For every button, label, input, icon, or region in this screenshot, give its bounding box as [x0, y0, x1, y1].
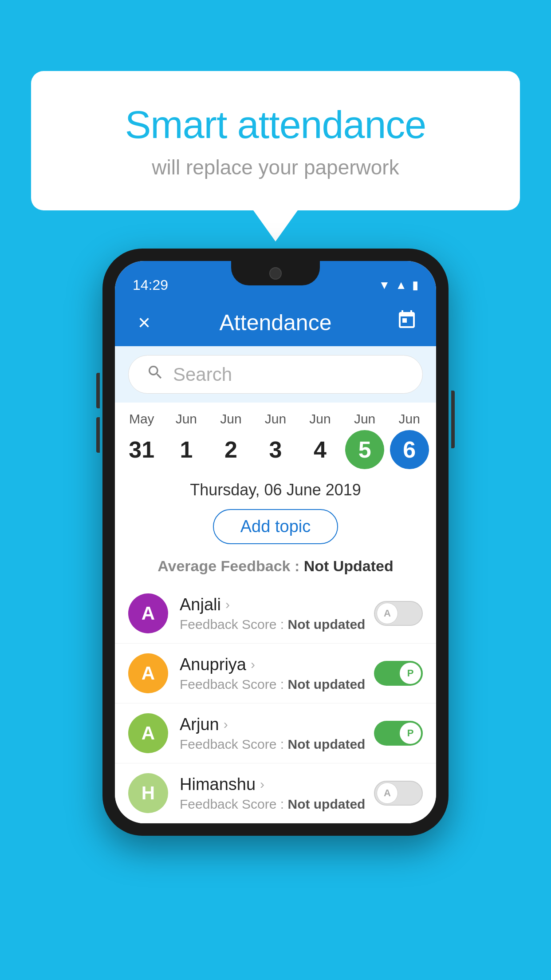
- speech-bubble-subtitle: will replace your paperwork: [58, 155, 493, 179]
- student-info: Anupriya ›Feedback Score : Not updated: [180, 655, 374, 692]
- wifi-icon: ▼: [379, 278, 390, 292]
- list-item[interactable]: AAnupriya ›Feedback Score : Not updatedP: [115, 644, 436, 703]
- feedback-score: Feedback Score : Not updated: [180, 797, 374, 812]
- cal-date-number[interactable]: 6: [390, 430, 429, 469]
- close-button[interactable]: ×: [131, 310, 157, 335]
- status-icons: ▼ ▲ ▮: [379, 278, 418, 292]
- student-list: AAnjali ›Feedback Score : Not updatedAAA…: [115, 584, 436, 823]
- search-input[interactable]: Search: [173, 364, 232, 385]
- average-feedback: Average Feedback : Not Updated: [115, 553, 436, 584]
- attendance-toggle-wrapper: A: [374, 601, 423, 626]
- list-item[interactable]: AAnjali ›Feedback Score : Not updatedA: [115, 584, 436, 644]
- cal-month-label: Jun: [220, 411, 241, 427]
- front-camera: [269, 267, 282, 280]
- speech-bubble-section: Smart attendance will replace your paper…: [31, 71, 520, 241]
- phone-screen: 14:29 ▼ ▲ ▮ × Attendance: [115, 261, 436, 823]
- cal-month-label: Jun: [176, 411, 197, 427]
- attendance-toggle[interactable]: P: [374, 721, 423, 746]
- attendance-toggle[interactable]: A: [374, 601, 423, 626]
- chevron-right-icon: ›: [225, 597, 230, 612]
- avatar: A: [128, 713, 168, 753]
- phone: 14:29 ▼ ▲ ▮ × Attendance: [102, 249, 449, 836]
- student-name: Anjali ›: [180, 595, 374, 614]
- cal-month-label: Jun: [354, 411, 375, 427]
- cal-month-label: Jun: [265, 411, 286, 427]
- search-icon: [146, 364, 164, 385]
- cal-date-number[interactable]: 1: [167, 430, 206, 469]
- attendance-toggle-wrapper: A: [374, 781, 423, 806]
- cal-date-number[interactable]: 4: [301, 430, 340, 469]
- calendar-day[interactable]: May31: [119, 411, 164, 469]
- toggle-knob: P: [400, 723, 421, 744]
- volume-up-button: [96, 373, 100, 408]
- chevron-right-icon: ›: [251, 657, 255, 672]
- cal-date-number[interactable]: 5: [345, 430, 384, 469]
- student-name: Anupriya ›: [180, 655, 374, 674]
- avg-feedback-label: Average Feedback :: [157, 557, 303, 574]
- cal-month-label: Jun: [309, 411, 331, 427]
- status-time: 14:29: [133, 277, 168, 293]
- chevron-right-icon: ›: [224, 717, 228, 732]
- student-info: Anjali ›Feedback Score : Not updated: [180, 595, 374, 632]
- avatar: A: [128, 653, 168, 693]
- avatar: H: [128, 773, 168, 813]
- app-bar: × Attendance: [115, 299, 436, 346]
- calendar-icon[interactable]: [394, 309, 420, 336]
- volume-down-button: [96, 417, 100, 453]
- calendar-day[interactable]: Jun1: [164, 411, 209, 469]
- signal-icon: ▲: [395, 278, 407, 292]
- calendar-day[interactable]: Jun4: [298, 411, 342, 469]
- cal-date-number[interactable]: 2: [211, 430, 250, 469]
- calendar-strip: May31Jun1Jun2Jun3Jun4Jun5Jun6: [115, 403, 436, 474]
- add-topic-button[interactable]: Add topic: [213, 509, 338, 544]
- add-topic-wrapper: Add topic: [115, 503, 436, 553]
- calendar-day[interactable]: Jun6: [387, 411, 432, 469]
- attendance-toggle[interactable]: P: [374, 661, 423, 686]
- cal-date-number[interactable]: 31: [122, 430, 161, 469]
- speech-bubble-arrow: [253, 210, 298, 241]
- chevron-right-icon: ›: [260, 777, 264, 792]
- speech-bubble-title: Smart attendance: [58, 102, 493, 147]
- avatar: A: [128, 593, 168, 633]
- calendar-day[interactable]: Jun5: [342, 411, 387, 469]
- speech-bubble: Smart attendance will replace your paper…: [31, 71, 520, 210]
- cal-month-label: May: [129, 411, 154, 427]
- list-item[interactable]: HHimanshu ›Feedback Score : Not updatedA: [115, 763, 436, 823]
- toggle-knob: P: [400, 663, 421, 684]
- student-name: Himanshu ›: [180, 775, 374, 794]
- feedback-score: Feedback Score : Not updated: [180, 737, 374, 752]
- feedback-score: Feedback Score : Not updated: [180, 617, 374, 632]
- phone-notch: [231, 261, 320, 285]
- attendance-toggle-wrapper: P: [374, 721, 423, 746]
- app-title: Attendance: [157, 310, 394, 336]
- attendance-toggle[interactable]: A: [374, 781, 423, 806]
- list-item[interactable]: AArjun ›Feedback Score : Not updatedP: [115, 703, 436, 763]
- phone-outer: 14:29 ▼ ▲ ▮ × Attendance: [102, 249, 449, 836]
- feedback-score: Feedback Score : Not updated: [180, 677, 374, 692]
- search-bar-wrapper: Search: [115, 346, 436, 403]
- calendar-day[interactable]: Jun2: [209, 411, 253, 469]
- attendance-toggle-wrapper: P: [374, 661, 423, 686]
- student-name: Arjun ›: [180, 715, 374, 734]
- toggle-knob: A: [377, 603, 398, 624]
- search-bar[interactable]: Search: [128, 355, 423, 394]
- student-info: Arjun ›Feedback Score : Not updated: [180, 715, 374, 752]
- battery-icon: ▮: [412, 278, 418, 292]
- power-button: [451, 391, 455, 448]
- cal-month-label: Jun: [398, 411, 420, 427]
- student-info: Himanshu ›Feedback Score : Not updated: [180, 775, 374, 812]
- selected-date-label: Thursday, 06 June 2019: [115, 474, 436, 503]
- avg-feedback-value: Not Updated: [304, 557, 394, 574]
- calendar-day[interactable]: Jun3: [253, 411, 298, 469]
- cal-date-number[interactable]: 3: [256, 430, 295, 469]
- toggle-knob: A: [377, 782, 398, 804]
